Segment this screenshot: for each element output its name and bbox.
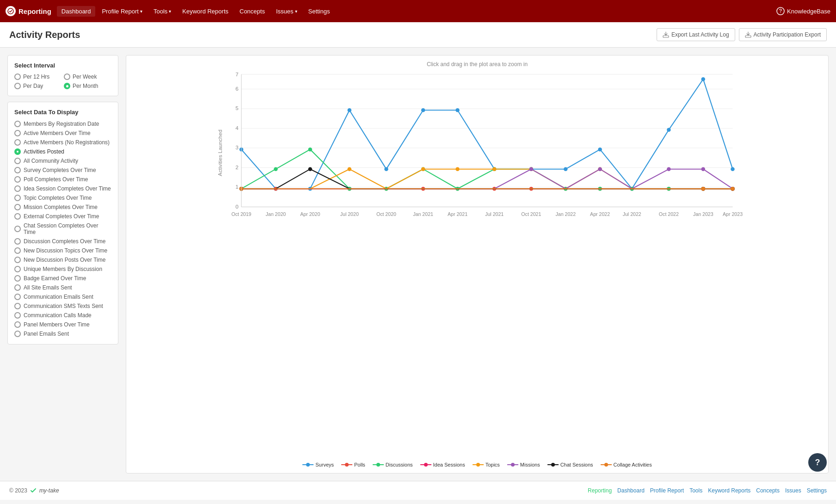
- radio-icon: [14, 121, 21, 127]
- svg-text:Jan 2020: Jan 2020: [266, 211, 286, 217]
- main-content: Select Interval Per 12 Hrs Per Week Per …: [0, 48, 836, 481]
- interval-per-month[interactable]: Per Month: [64, 83, 111, 89]
- export-participation-button[interactable]: Activity Participation Export: [739, 28, 827, 41]
- data-item-new-discussion-posts[interactable]: New Discussion Posts Over Time: [14, 256, 111, 264]
- radio-icon-selected: [64, 83, 70, 89]
- footer-link-reporting[interactable]: Reporting: [588, 487, 612, 494]
- data-item-idea-session-completes[interactable]: Idea Session Completes Over Time: [14, 185, 111, 192]
- radio-icon: [14, 331, 21, 337]
- footer-link-settings[interactable]: Settings: [807, 487, 827, 494]
- svg-point-41: [384, 167, 388, 171]
- nav-settings[interactable]: Settings: [304, 6, 335, 17]
- brand-icon: [6, 6, 16, 16]
- svg-point-46: [564, 167, 568, 171]
- data-item-chat-session-completes[interactable]: Chat Session Completes Over Time: [14, 222, 111, 236]
- legend-missions: Missions: [507, 462, 540, 467]
- data-item-mission-completes[interactable]: Mission Completes Over Time: [14, 203, 111, 211]
- data-item-active-no-registrations[interactable]: Active Members (No Registrations): [14, 139, 111, 146]
- svg-text:Oct 2022: Oct 2022: [659, 211, 679, 217]
- data-item-comm-calls[interactable]: Communication Calls Made: [14, 312, 111, 319]
- svg-point-103: [701, 187, 706, 191]
- data-item-new-discussion-topics[interactable]: New Discussion Topics Over Time: [14, 247, 111, 254]
- radio-icon: [14, 284, 21, 291]
- footer-link-keyword-reports[interactable]: Keyword Reports: [708, 487, 750, 494]
- brand-label: Reporting: [18, 7, 51, 15]
- footer-link-profile-report[interactable]: Profile Report: [650, 487, 684, 494]
- footer-link-issues[interactable]: Issues: [785, 487, 801, 494]
- data-item-all-community[interactable]: All Community Activity: [14, 157, 111, 165]
- svg-text:Jul 2020: Jul 2020: [340, 211, 359, 217]
- nav-profile-report[interactable]: Profile Report ▾: [97, 6, 147, 17]
- data-item-panel-members[interactable]: Panel Members Over Time: [14, 321, 111, 328]
- svg-point-85: [348, 167, 352, 171]
- interval-per-day[interactable]: Per Day: [14, 83, 62, 89]
- chevron-down-icon: ▾: [169, 9, 171, 14]
- svg-text:Jan 2022: Jan 2022: [555, 211, 576, 217]
- radio-icon: [14, 321, 21, 328]
- brand-logo[interactable]: Reporting: [6, 6, 51, 16]
- data-item-survey-completes[interactable]: Survey Completes Over Time: [14, 166, 111, 174]
- legend-line-icon: [302, 462, 314, 467]
- radio-icon: [14, 83, 21, 89]
- svg-point-112: [376, 463, 380, 467]
- svg-text:Oct 2019: Oct 2019: [231, 211, 251, 217]
- footer-link-concepts[interactable]: Concepts: [756, 487, 780, 494]
- nav-tools[interactable]: Tools ▾: [149, 6, 176, 17]
- radio-icon: [14, 226, 21, 232]
- footer-brand: © 2023 my-take: [9, 487, 59, 494]
- data-item-comm-sms[interactable]: Communication SMS Texts Sent: [14, 302, 111, 310]
- data-item-external-completes[interactable]: External Completes Over Time: [14, 213, 111, 220]
- help-button[interactable]: ?: [808, 453, 827, 472]
- svg-text:Jul 2022: Jul 2022: [623, 211, 641, 217]
- export-activity-log-button[interactable]: Export Last Activity Log: [657, 28, 735, 41]
- svg-text:1: 1: [235, 184, 239, 190]
- svg-point-122: [604, 463, 608, 467]
- interval-title: Select Interval: [14, 62, 111, 69]
- knowledgebase-button[interactable]: KnowledgeBase: [776, 7, 830, 15]
- nav-concepts[interactable]: Concepts: [235, 6, 270, 17]
- svg-point-104: [731, 187, 735, 191]
- data-item-activities-posted[interactable]: Activities Posted: [14, 148, 111, 155]
- footer-link-tools[interactable]: Tools: [689, 487, 702, 494]
- data-item-topic-completes[interactable]: Topic Completes Over Time: [14, 194, 111, 202]
- nav-right: KnowledgeBase: [776, 7, 830, 15]
- top-navigation: Reporting Dashboard Profile Report ▾ Too…: [0, 0, 836, 22]
- data-item-all-site-emails[interactable]: All Site Emails Sent: [14, 284, 111, 291]
- radio-icon: [14, 294, 21, 300]
- footer-link-dashboard[interactable]: Dashboard: [617, 487, 645, 494]
- knowledgebase-label: KnowledgeBase: [787, 8, 830, 15]
- svg-text:Apr 2023: Apr 2023: [723, 211, 743, 217]
- svg-text:0: 0: [235, 203, 239, 209]
- svg-point-51: [731, 167, 735, 171]
- legend-line-icon: [473, 462, 484, 467]
- legend-line-icon: [507, 462, 518, 467]
- data-item-discussion-completes[interactable]: Discussion Completes Over Time: [14, 238, 111, 245]
- chart-wrapper[interactable]: Activities Launched 0 1 2 3 4 5 6 7: [134, 69, 821, 458]
- data-item-members-registration[interactable]: Members By Registration Date: [14, 120, 111, 128]
- radio-icon: [64, 74, 70, 80]
- nav-issues[interactable]: Issues ▾: [271, 6, 302, 17]
- radio-icon: [14, 312, 21, 319]
- svg-text:7: 7: [235, 71, 239, 77]
- data-item-panel-emails[interactable]: Panel Emails Sent: [14, 330, 111, 338]
- data-item-active-members[interactable]: Active Members Over Time: [14, 129, 111, 137]
- legend-line-icon: [601, 462, 612, 467]
- legend-surveys: Surveys: [302, 462, 334, 467]
- radio-icon: [14, 130, 21, 136]
- svg-text:2: 2: [235, 164, 239, 170]
- legend-line-icon: [341, 462, 352, 467]
- svg-point-94: [598, 167, 602, 171]
- interval-per-week[interactable]: Per Week: [64, 74, 111, 80]
- nav-keyword-reports[interactable]: Keyword Reports: [178, 6, 233, 17]
- nav-dashboard[interactable]: Dashboard: [57, 6, 96, 17]
- data-item-comm-emails[interactable]: Communication Emails Sent: [14, 293, 111, 301]
- interval-per-12-hrs[interactable]: Per 12 Hrs: [14, 74, 62, 80]
- svg-point-110: [345, 463, 349, 467]
- data-item-poll-completes[interactable]: Poll Completes Over Time: [14, 176, 111, 183]
- data-item-unique-members-discussion[interactable]: Unique Members By Discussion: [14, 265, 111, 273]
- radio-icon: [14, 167, 21, 173]
- svg-point-49: [667, 128, 671, 132]
- legend-collage: Collage Activities: [601, 462, 652, 467]
- activity-chart[interactable]: Activities Launched 0 1 2 3 4 5 6 7: [134, 69, 821, 227]
- data-item-badge-earned[interactable]: Badge Earned Over Time: [14, 275, 111, 282]
